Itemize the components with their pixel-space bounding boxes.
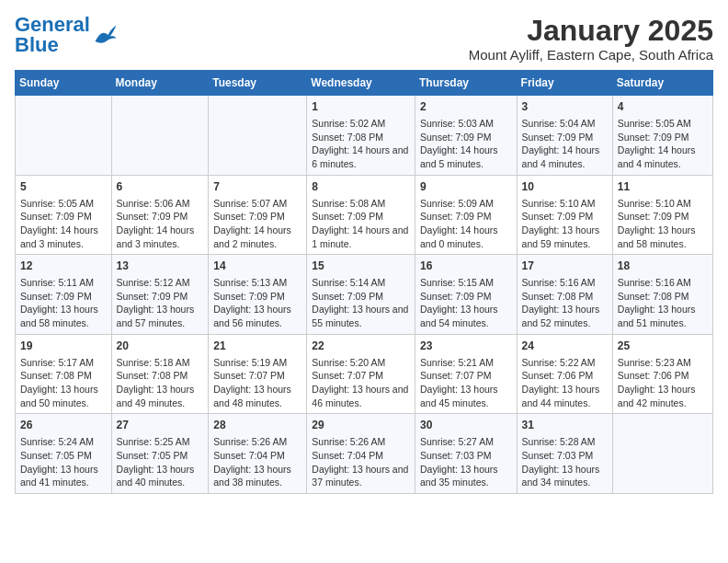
calendar-cell (612, 414, 712, 494)
day-number: 15 (312, 259, 410, 274)
calendar-cell: 17Sunrise: 5:16 AM Sunset: 7:08 PM Dayli… (517, 255, 612, 335)
header-row: Sunday Monday Tuesday Wednesday Thursday… (16, 71, 713, 96)
calendar-cell: 21Sunrise: 5:19 AM Sunset: 7:07 PM Dayli… (209, 334, 307, 414)
day-number: 13 (117, 259, 204, 274)
calendar-cell: 2Sunrise: 5:03 AM Sunset: 7:09 PM Daylig… (415, 96, 517, 176)
calendar-cell: 7Sunrise: 5:07 AM Sunset: 7:09 PM Daylig… (209, 175, 307, 255)
day-number: 30 (420, 418, 512, 433)
day-number: 26 (20, 418, 107, 433)
calendar-cell: 20Sunrise: 5:18 AM Sunset: 7:08 PM Dayli… (111, 334, 209, 414)
day-info: Sunrise: 5:10 AM Sunset: 7:09 PM Dayligh… (522, 197, 608, 251)
col-tuesday: Tuesday (209, 71, 307, 96)
day-number: 22 (312, 339, 410, 354)
calendar-cell: 3Sunrise: 5:04 AM Sunset: 7:09 PM Daylig… (517, 96, 612, 176)
logo: General Blue (15, 15, 118, 55)
calendar-cell: 9Sunrise: 5:09 AM Sunset: 7:09 PM Daylig… (415, 175, 517, 255)
day-number: 10 (522, 179, 608, 195)
col-sunday: Sunday (16, 71, 112, 96)
calendar-cell (16, 96, 112, 176)
day-info: Sunrise: 5:13 AM Sunset: 7:09 PM Dayligh… (213, 276, 301, 330)
col-monday: Monday (111, 71, 209, 96)
day-info: Sunrise: 5:02 AM Sunset: 7:08 PM Dayligh… (312, 117, 410, 171)
day-number: 25 (618, 339, 708, 354)
day-info: Sunrise: 5:17 AM Sunset: 7:08 PM Dayligh… (20, 356, 107, 410)
day-number: 24 (522, 339, 608, 354)
calendar-cell: 13Sunrise: 5:12 AM Sunset: 7:09 PM Dayli… (111, 255, 209, 335)
day-info: Sunrise: 5:16 AM Sunset: 7:08 PM Dayligh… (522, 276, 608, 330)
calendar-cell: 6Sunrise: 5:06 AM Sunset: 7:09 PM Daylig… (111, 175, 209, 255)
day-number: 12 (20, 259, 107, 274)
day-info: Sunrise: 5:20 AM Sunset: 7:07 PM Dayligh… (312, 356, 410, 410)
day-info: Sunrise: 5:10 AM Sunset: 7:09 PM Dayligh… (618, 197, 708, 251)
calendar-week-row: 19Sunrise: 5:17 AM Sunset: 7:08 PM Dayli… (16, 334, 713, 414)
day-number: 14 (213, 259, 301, 274)
day-number: 21 (213, 339, 301, 354)
day-number: 2 (420, 99, 512, 115)
col-friday: Friday (517, 71, 612, 96)
day-info: Sunrise: 5:07 AM Sunset: 7:09 PM Dayligh… (213, 197, 301, 251)
col-wednesday: Wednesday (307, 71, 415, 96)
day-info: Sunrise: 5:16 AM Sunset: 7:08 PM Dayligh… (618, 276, 708, 330)
day-info: Sunrise: 5:03 AM Sunset: 7:09 PM Dayligh… (420, 117, 512, 171)
day-info: Sunrise: 5:12 AM Sunset: 7:09 PM Dayligh… (117, 276, 204, 330)
calendar-cell: 26Sunrise: 5:24 AM Sunset: 7:05 PM Dayli… (16, 414, 112, 494)
day-info: Sunrise: 5:23 AM Sunset: 7:06 PM Dayligh… (618, 356, 708, 410)
day-number: 8 (312, 179, 410, 195)
day-info: Sunrise: 5:18 AM Sunset: 7:08 PM Dayligh… (117, 356, 204, 410)
day-number: 9 (420, 179, 512, 195)
day-number: 4 (618, 99, 708, 115)
day-info: Sunrise: 5:14 AM Sunset: 7:09 PM Dayligh… (312, 276, 410, 330)
day-info: Sunrise: 5:08 AM Sunset: 7:09 PM Dayligh… (312, 197, 410, 251)
page-header: General Blue January 2025 Mount Ayliff, … (15, 15, 713, 63)
logo-text: General Blue (15, 15, 90, 55)
day-info: Sunrise: 5:04 AM Sunset: 7:09 PM Dayligh… (522, 117, 608, 171)
calendar-table: Sunday Monday Tuesday Wednesday Thursday… (15, 70, 713, 494)
day-number: 18 (618, 259, 708, 274)
day-number: 28 (213, 418, 301, 433)
day-info: Sunrise: 5:15 AM Sunset: 7:09 PM Dayligh… (420, 276, 512, 330)
day-number: 17 (522, 259, 608, 274)
day-number: 7 (213, 179, 301, 195)
calendar-subtitle: Mount Ayliff, Eastern Cape, South Africa (469, 47, 713, 63)
calendar-cell: 31Sunrise: 5:28 AM Sunset: 7:03 PM Dayli… (517, 414, 612, 494)
logo-blue: Blue (15, 33, 59, 56)
day-info: Sunrise: 5:28 AM Sunset: 7:03 PM Dayligh… (522, 435, 608, 489)
day-info: Sunrise: 5:26 AM Sunset: 7:04 PM Dayligh… (213, 435, 301, 489)
day-info: Sunrise: 5:05 AM Sunset: 7:09 PM Dayligh… (618, 117, 708, 171)
calendar-cell: 8Sunrise: 5:08 AM Sunset: 7:09 PM Daylig… (307, 175, 415, 255)
calendar-cell: 5Sunrise: 5:05 AM Sunset: 7:09 PM Daylig… (16, 175, 112, 255)
calendar-cell: 15Sunrise: 5:14 AM Sunset: 7:09 PM Dayli… (307, 255, 415, 335)
title-block: January 2025 Mount Ayliff, Eastern Cape,… (469, 15, 713, 63)
day-info: Sunrise: 5:05 AM Sunset: 7:09 PM Dayligh… (20, 197, 107, 251)
day-number: 31 (522, 418, 608, 433)
calendar-cell (209, 96, 307, 176)
calendar-cell: 30Sunrise: 5:27 AM Sunset: 7:03 PM Dayli… (415, 414, 517, 494)
day-info: Sunrise: 5:25 AM Sunset: 7:05 PM Dayligh… (117, 435, 204, 489)
calendar-cell: 16Sunrise: 5:15 AM Sunset: 7:09 PM Dayli… (415, 255, 517, 335)
day-number: 3 (522, 99, 608, 115)
calendar-cell: 25Sunrise: 5:23 AM Sunset: 7:06 PM Dayli… (612, 334, 712, 414)
day-number: 16 (420, 259, 512, 274)
day-info: Sunrise: 5:19 AM Sunset: 7:07 PM Dayligh… (213, 356, 301, 410)
calendar-cell: 4Sunrise: 5:05 AM Sunset: 7:09 PM Daylig… (612, 96, 712, 176)
calendar-cell: 11Sunrise: 5:10 AM Sunset: 7:09 PM Dayli… (612, 175, 712, 255)
calendar-cell (111, 96, 209, 176)
calendar-cell: 23Sunrise: 5:21 AM Sunset: 7:07 PM Dayli… (415, 334, 517, 414)
day-info: Sunrise: 5:21 AM Sunset: 7:07 PM Dayligh… (420, 356, 512, 410)
calendar-cell: 29Sunrise: 5:26 AM Sunset: 7:04 PM Dayli… (307, 414, 415, 494)
col-thursday: Thursday (415, 71, 517, 96)
calendar-week-row: 26Sunrise: 5:24 AM Sunset: 7:05 PM Dayli… (16, 414, 713, 494)
logo-bird-icon (92, 22, 118, 48)
col-saturday: Saturday (612, 71, 712, 96)
calendar-cell: 28Sunrise: 5:26 AM Sunset: 7:04 PM Dayli… (209, 414, 307, 494)
day-number: 11 (618, 179, 708, 195)
day-number: 20 (117, 339, 204, 354)
day-number: 19 (20, 339, 107, 354)
calendar-week-row: 12Sunrise: 5:11 AM Sunset: 7:09 PM Dayli… (16, 255, 713, 335)
calendar-cell: 10Sunrise: 5:10 AM Sunset: 7:09 PM Dayli… (517, 175, 612, 255)
calendar-cell: 24Sunrise: 5:22 AM Sunset: 7:06 PM Dayli… (517, 334, 612, 414)
calendar-title: January 2025 (469, 15, 713, 47)
day-number: 1 (312, 99, 410, 115)
calendar-cell: 19Sunrise: 5:17 AM Sunset: 7:08 PM Dayli… (16, 334, 112, 414)
day-info: Sunrise: 5:11 AM Sunset: 7:09 PM Dayligh… (20, 276, 107, 330)
